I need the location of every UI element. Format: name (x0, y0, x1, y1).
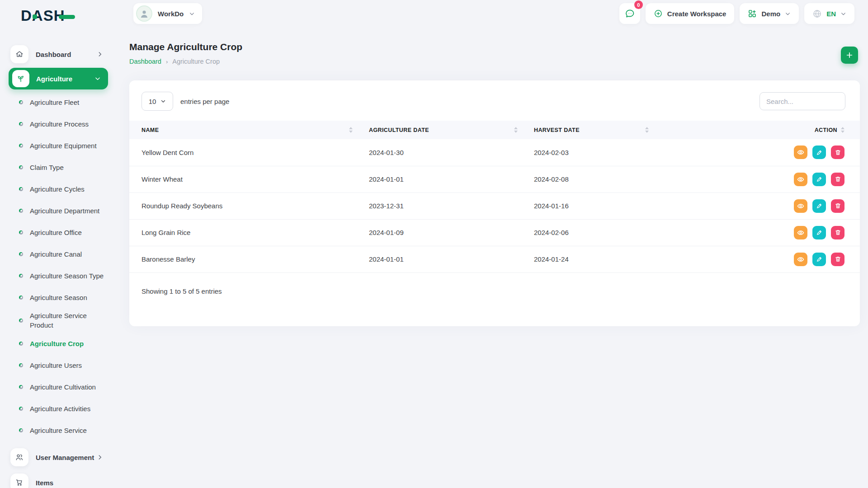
sidebar-subitem[interactable]: Agriculture Fleet (19, 91, 118, 113)
column-header-agriculture-date[interactable]: AGRICULTURE DATE (369, 121, 534, 139)
edit-button[interactable] (812, 145, 826, 159)
globe-icon (812, 9, 822, 19)
page-title: Manage Agriculture Crop (129, 42, 242, 52)
edit-button[interactable] (812, 173, 826, 186)
sidebar-subitem[interactable]: Agriculture Users (19, 354, 118, 376)
delete-button[interactable] (831, 145, 844, 159)
sidebar-subitem-label: Agriculture Cultivation (30, 380, 96, 394)
sidebar-subitem-label: Agriculture Canal (30, 247, 82, 262)
sidebar-item-items[interactable]: Items (0, 472, 118, 488)
sidebar-subitem[interactable]: Agriculture Equipment (19, 135, 118, 156)
delete-button[interactable] (831, 253, 844, 266)
sidebar-subitem[interactable]: Agriculture Cultivation (19, 376, 118, 398)
avatar (136, 5, 152, 22)
search-input[interactable] (760, 92, 845, 110)
pencil-icon (816, 229, 823, 236)
sidebar-subitem[interactable]: Agriculture Office (19, 221, 118, 243)
sidebar-subitem[interactable]: Agriculture Activities (19, 398, 118, 419)
agriculture-submenu: Agriculture Fleet Agriculture Process Ag… (0, 91, 118, 441)
sidebar-subitem[interactable]: Agriculture Season (19, 286, 118, 308)
cell-name: Baronesse Barley (129, 246, 369, 272)
cell-harvest-date: 2024-02-08 (534, 166, 665, 192)
cell-harvest-date: 2024-02-03 (534, 139, 665, 166)
logo-dash-icon (59, 15, 75, 19)
sort-icon (514, 127, 518, 133)
sort-icon (349, 127, 353, 133)
entries-label: entries per page (180, 98, 229, 105)
sidebar-item-user-management[interactable]: User Management (0, 446, 118, 468)
entries-select[interactable]: 10 (142, 92, 173, 111)
plant-icon (16, 74, 25, 83)
sort-icon (645, 127, 649, 133)
demo-selector[interactable]: Demo (740, 3, 799, 24)
sidebar-subitem[interactable]: Agriculture Department (19, 200, 118, 221)
chevron-down-icon (160, 99, 166, 104)
bullet-icon (19, 122, 23, 126)
sidebar-nav: Dashboard Agriculture (0, 43, 118, 488)
edit-button[interactable] (812, 226, 826, 239)
sidebar-subitem[interactable]: Agriculture Service (19, 419, 118, 441)
view-button[interactable] (794, 145, 807, 159)
column-header-action[interactable]: ACTION (665, 121, 860, 139)
sidebar-item-dashboard[interactable]: Dashboard (0, 43, 118, 65)
bullet-icon (19, 144, 23, 148)
crop-table-card: 10 entries per page NAME AGRICULTURE DAT… (129, 80, 860, 326)
sidebar-item-label: User Management (36, 454, 94, 461)
pencil-icon (816, 256, 823, 263)
sidebar-subitem[interactable]: Claim Type (19, 156, 118, 178)
bullet-icon (19, 296, 23, 300)
delete-button[interactable] (831, 173, 844, 186)
cell-agriculture-date: 2024-01-01 (369, 246, 534, 272)
brand-logo[interactable]: DASH (29, 7, 75, 24)
sidebar-subitem[interactable]: Agriculture Season Type (19, 265, 118, 286)
delete-button[interactable] (831, 199, 844, 213)
create-workspace-button[interactable]: Create Workspace (646, 3, 735, 24)
bullet-icon (19, 230, 23, 235)
delete-button[interactable] (831, 226, 844, 239)
language-code: EN (826, 10, 836, 18)
trash-icon (835, 229, 841, 236)
topbar-actions: 0 Create Workspace Demo EN (619, 3, 854, 24)
edit-button[interactable] (812, 253, 826, 266)
bullet-icon (19, 187, 23, 191)
plant-icon-box (12, 70, 29, 87)
users-icon-box (10, 448, 28, 466)
chevron-down-icon (94, 75, 101, 82)
sidebar-subitem[interactable]: Agriculture Crop (19, 333, 118, 354)
bullet-icon (19, 165, 23, 169)
workspace-selector[interactable]: WorkDo (133, 3, 202, 24)
sidebar-subitem-label: Agriculture Crop (30, 336, 84, 351)
logo-dot-icon (33, 14, 37, 19)
sidebar-subitem[interactable]: Agriculture Service Product (19, 308, 118, 333)
breadcrumb-dashboard-link[interactable]: Dashboard (129, 58, 161, 65)
sidebar-subitem[interactable]: Agriculture Cycles (19, 178, 118, 200)
view-button[interactable] (794, 226, 807, 239)
bullet-icon (19, 209, 23, 213)
chevron-down-icon (840, 11, 846, 17)
sidebar-subitem-label: Agriculture Service Product (30, 308, 110, 333)
sidebar-subitem-label: Agriculture Season Type (30, 268, 104, 283)
view-button[interactable] (794, 173, 807, 186)
edit-button[interactable] (812, 199, 826, 213)
cell-name: Yellow Dent Corn (129, 139, 369, 166)
sidebar-item-label: Agriculture (36, 75, 72, 83)
sidebar-subitem[interactable]: Agriculture Canal (19, 243, 118, 265)
messages-button[interactable]: 0 (619, 3, 640, 24)
table-row: Roundup Ready Soybeans 2023-12-31 2024-0… (129, 192, 860, 219)
sidebar-item-agriculture[interactable]: Agriculture (9, 68, 108, 89)
sidebar-subitem-label: Claim Type (30, 160, 64, 175)
entries-per-page: 10 entries per page (142, 92, 229, 111)
add-crop-button[interactable] (841, 47, 858, 64)
column-header-harvest-date[interactable]: HARVEST DATE (534, 121, 665, 139)
view-button[interactable] (794, 253, 807, 266)
table-row: Baronesse Barley 2024-01-01 2024-01-24 (129, 246, 860, 272)
sidebar-subitem-label: Agriculture Users (30, 358, 82, 373)
eye-icon (797, 176, 804, 183)
language-selector[interactable]: EN (804, 3, 854, 24)
view-button[interactable] (794, 199, 807, 213)
column-header-name[interactable]: NAME (129, 121, 369, 139)
table-row: Yellow Dent Corn 2024-01-30 2024-02-03 (129, 139, 860, 166)
bullet-icon (19, 428, 23, 432)
row-actions (665, 199, 860, 213)
sidebar-subitem[interactable]: Agriculture Process (19, 113, 118, 135)
